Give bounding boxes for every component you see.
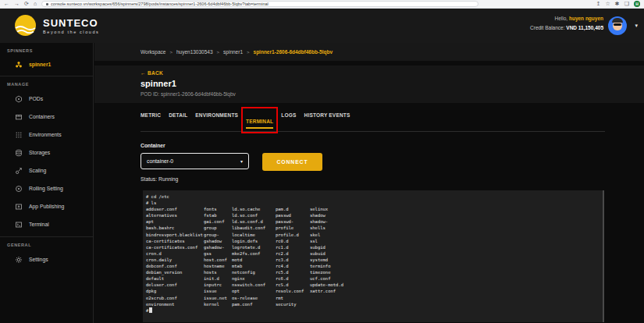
container-select-value: container-0 xyxy=(147,158,173,164)
greeting-text: Hello, huyen nguyen xyxy=(530,16,603,21)
terminal-icon xyxy=(15,221,23,229)
terminal-listing-row: debconf.confhostnamemtabrc4.dterminfo xyxy=(146,263,601,269)
sidebar-item-rolling-setting[interactable]: Rolling Setting xyxy=(0,179,93,197)
back-button[interactable]: ← BACK xyxy=(141,70,644,76)
sidebar-section-general: GENERAL xyxy=(7,243,93,247)
browser-toolbar: ← → ⟳ ⌂ console.sunteco.vn/workspaces/65… xyxy=(0,0,644,9)
spinner-icon xyxy=(15,61,23,69)
lock-icon xyxy=(46,3,48,5)
terminal-listing-row: adduser.conffontsld.so.cachepam.dselinux xyxy=(146,206,601,212)
terminal-listing-row: cron.dgssmke2fs.confrc2.dsubuid xyxy=(146,250,601,257)
target-circle-icon xyxy=(15,185,23,193)
credit-balance: Credit Balance: VND 11,150,405 xyxy=(530,25,603,30)
grid-dots-icon xyxy=(15,131,23,139)
container-label: Container xyxy=(141,143,644,148)
container-box-icon xyxy=(15,113,23,121)
page-title: spinner1 xyxy=(141,79,644,88)
terminal-listing-row: debian_versionhostsnetconfigrc5.dtimezon… xyxy=(146,269,601,275)
sidebar: SPINNERS spinner1 MANAGE PODs Containers xyxy=(0,43,94,323)
user-avatar[interactable] xyxy=(608,16,627,35)
terminal-prompt-line: # xyxy=(146,307,601,314)
pod-id-text: POD ID: spinner1-2606-6d4dbf46bb-5lqbv xyxy=(141,91,644,97)
sidebar-item-app-publishing[interactable]: App Publishing xyxy=(0,197,93,215)
pods-icon xyxy=(15,95,23,103)
sun-logo-icon xyxy=(14,14,37,37)
connect-button[interactable]: CONNECT xyxy=(262,153,322,171)
tab-bar: METRIC DETAIL ENVIRONMENTS TERMINAL LOGS… xyxy=(141,112,605,132)
terminal-command-line: # ls xyxy=(146,200,601,206)
sunteco-logo[interactable]: SUNTECO Beyond the clouds xyxy=(14,14,99,37)
terminal-listing-row: defaultinit.dnginxrc6.ducf.conf xyxy=(146,275,601,282)
scale-out-icon xyxy=(15,167,23,175)
publish-icon xyxy=(15,203,23,211)
terminal-listing-row: bash.bashrcgrouplibaudit.confprofileshel… xyxy=(146,225,601,231)
pod-header-panel: ← BACK spinner1 POD ID: spinner1-2606-6d… xyxy=(94,66,644,103)
sidebar-item-spinner1[interactable]: spinner1 xyxy=(0,56,93,73)
sidebar-item-terminal[interactable]: Terminal xyxy=(0,215,93,233)
brand-name: SUNTECO xyxy=(43,17,99,29)
main-content: Workspace > huyen13030543 > spinner1 > s… xyxy=(94,43,644,323)
container-select[interactable]: container-0 ▾ xyxy=(141,153,249,169)
database-icon xyxy=(15,149,23,157)
tab-history-events[interactable]: HISTORY EVENTS xyxy=(304,112,350,126)
sidebar-divider xyxy=(0,236,93,237)
chevron-down-icon: ▾ xyxy=(240,158,243,164)
sidebar-item-storages[interactable]: Storages xyxy=(0,144,93,162)
browser-profile-avatar[interactable]: H xyxy=(634,1,640,7)
sidebar-item-scaling[interactable]: Scaling xyxy=(0,162,93,179)
extensions-icon[interactable]: ✱ xyxy=(615,0,620,8)
address-bar[interactable]: console.sunteco.vn/workspaces/656/spinne… xyxy=(41,1,479,7)
username: huyen nguyen xyxy=(569,16,603,21)
sidebar-item-pods[interactable]: PODs xyxy=(0,90,93,108)
status-text: Status: Running xyxy=(141,176,644,182)
breadcrumb-current-pod: spinner1-2606-6d4dbf46bb-5lqbv xyxy=(254,49,333,55)
tab-logs[interactable]: LOGS xyxy=(281,112,296,126)
gear-icon xyxy=(15,256,23,264)
terminal-command-line: # cd /etc xyxy=(146,193,601,200)
breadcrumb-workspace[interactable]: Workspace xyxy=(141,49,165,55)
tab-terminal[interactable]: TERMINAL xyxy=(246,119,273,124)
terminal-listing-row: aptgai.confld.so.conf.dpasswd-shadow- xyxy=(146,218,601,225)
browser-reload-icon[interactable]: ⟳ xyxy=(24,0,29,8)
terminal-listing-row: alternativesfstabld.so.confpasswdshadow xyxy=(146,212,601,218)
terminal-scrollbar[interactable] xyxy=(603,190,604,322)
browser-home-icon[interactable]: ⌂ xyxy=(34,0,37,8)
terminal-listing-row: ca-certificatesgshadowlogin.defsrc0.dssl xyxy=(146,238,601,244)
sidebar-section-spinners: SPINNERS xyxy=(7,48,93,53)
tab-environments[interactable]: ENVIRONMENTS xyxy=(195,112,238,126)
browser-actions: ↥ ☆ ✱ ❏ H xyxy=(596,0,640,8)
account-menu-caret-icon[interactable]: ▾ xyxy=(635,23,638,29)
terminal-listing-row: dpkgissueoptresolv.confxattr.conf xyxy=(146,288,601,294)
account-summary: Hello, huyen nguyen Credit Balance: VND … xyxy=(530,16,603,30)
terminal-listing-row: environmentkernelpam.confsecurity xyxy=(146,301,601,307)
breadcrumb-spinner[interactable]: spinner1 xyxy=(223,49,243,55)
url-text: console.sunteco.vn/workspaces/656/spinne… xyxy=(51,2,269,6)
sidebar-section-manage: MANAGE xyxy=(7,82,93,87)
tab-window-icon[interactable]: ❏ xyxy=(624,0,629,8)
back-arrow-icon: ← xyxy=(141,70,146,76)
credit-value: VND 11,150,405 xyxy=(566,25,603,30)
terminal-listing-row: ca-certificates.confgshadow-logrotate.dr… xyxy=(146,244,601,250)
share-icon[interactable]: ↥ xyxy=(596,0,601,8)
terminal-listing-row: e2scrub.confissue.netos-releasermt xyxy=(146,295,601,301)
app-header: SUNTECO Beyond the clouds Hello, huyen n… xyxy=(0,9,644,43)
bookmark-star-icon[interactable]: ☆ xyxy=(606,0,610,8)
brand-tagline: Beyond the clouds xyxy=(43,30,99,34)
terminal-listing-row: cron.dailyhost.confmotdrc3.dsystemd xyxy=(146,257,601,263)
tab-metric[interactable]: METRIC xyxy=(141,112,161,126)
sidebar-divider xyxy=(0,76,93,76)
terminal-listing-row: deluser.confinputrcnsswitch.confrcS.dupd… xyxy=(146,282,601,288)
terminal-panel[interactable]: # cd /etc # ls adduser.conffontsld.so.ca… xyxy=(143,190,604,322)
sidebar-item-settings[interactable]: Settings xyxy=(0,250,93,268)
terminal-controls: Container container-0 ▾ CONNECT Status: … xyxy=(141,143,644,182)
browser-back-icon[interactable]: ← xyxy=(4,0,9,8)
breadcrumb-user[interactable]: huyen13030543 xyxy=(176,49,213,55)
terminal-listing: adduser.conffontsld.so.cachepam.dselinux… xyxy=(146,206,601,307)
tab-detail[interactable]: DETAIL xyxy=(169,112,187,126)
browser-forward-icon[interactable]: → xyxy=(14,0,20,8)
terminal-cursor xyxy=(149,307,152,313)
terminal-listing-row: bindresvport.blacklistgroup-localtimepro… xyxy=(146,232,601,238)
sidebar-item-containers[interactable]: Containers xyxy=(0,108,93,126)
sidebar-item-environments[interactable]: Environments xyxy=(0,126,93,144)
breadcrumb: Workspace > huyen13030543 > spinner1 > s… xyxy=(94,43,644,61)
